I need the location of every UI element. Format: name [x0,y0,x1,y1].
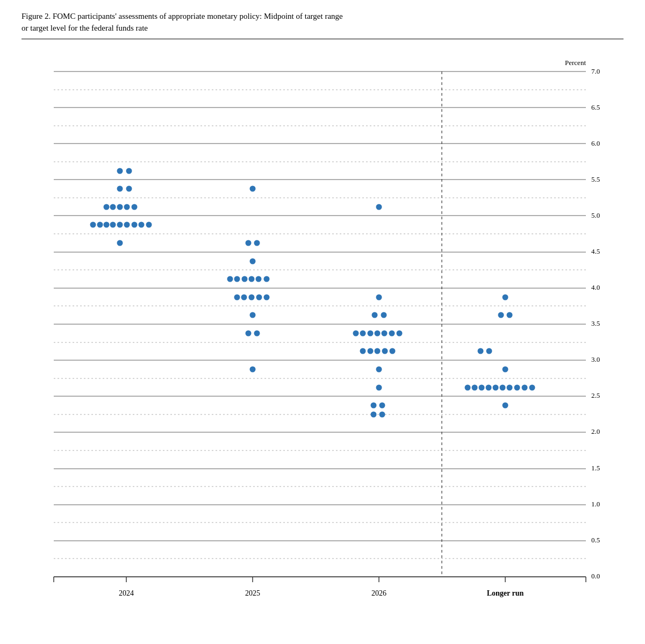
dot-2024 [124,221,130,227]
dot-longer-run [465,384,471,390]
dot-2024 [117,240,123,246]
dot-2024 [117,221,123,227]
dot-2026 [371,402,377,408]
svg-text:2024: 2024 [119,589,134,597]
dot-2024 [124,204,130,210]
dot-2025 [246,240,252,246]
dot-2026 [390,348,396,354]
dot-2024 [117,185,123,191]
dot-2026 [368,330,374,336]
dot-2025 [256,294,262,300]
svg-text:Longer run: Longer run [487,589,524,597]
dot-2026 [375,330,381,336]
dot-2024 [139,221,145,227]
dot-2025 [234,276,240,282]
dot-2024 [117,168,123,174]
dot-longer-run [522,384,528,390]
dot-2025 [254,240,260,246]
dot-2026 [379,411,385,417]
dot-2025 [250,258,256,264]
dot-longer-run [479,384,485,390]
dot-2025 [264,294,270,300]
dot-2026 [376,204,382,210]
dot-2025 [234,294,240,300]
svg-text:5.5: 5.5 [591,175,600,183]
dot-2026 [368,348,374,354]
dot-2026 [382,348,388,354]
svg-text:0.0: 0.0 [591,572,600,580]
dot-2026 [376,294,382,300]
dot-2024 [117,204,123,210]
dot-longer-run [478,348,484,354]
dot-2025 [227,276,233,282]
dot-2026 [397,330,403,336]
dot-2024 [110,204,116,210]
svg-text:2.0: 2.0 [591,427,600,435]
dot-2026 [382,330,388,336]
dot-longer-run [486,348,492,354]
dot-2026 [389,330,395,336]
dot-2024 [104,221,110,227]
dot-longer-run [472,384,478,390]
dot-longer-run [503,294,508,300]
dot-longer-run [503,366,508,372]
svg-text:0.5: 0.5 [591,536,600,544]
dot-2024 [97,221,103,227]
dot-2024 [90,221,96,227]
dot-2024 [146,221,152,227]
dot-2025 [249,276,255,282]
svg-text:6.5: 6.5 [591,103,600,111]
svg-text:1.0: 1.0 [591,500,600,508]
dot-2025 [264,276,270,282]
svg-text:2026: 2026 [371,589,386,597]
dot-2026 [360,348,366,354]
dot-2026 [376,384,382,390]
dot-2026 [379,402,385,408]
dot-2025 [241,294,247,300]
svg-text:1.5: 1.5 [591,464,600,472]
dot-longer-run [507,312,513,318]
dot-longer-run [503,402,508,408]
chart-svg: Percent [22,45,624,614]
dot-longer-run [507,384,513,390]
dot-2025 [250,312,256,318]
dot-2025 [242,276,248,282]
dot-2026 [381,312,387,318]
dot-2024 [126,168,132,174]
dot-2026 [371,411,377,417]
dot-longer-run [514,384,520,390]
title-line1: Figure 2. FOMC participants' assessments… [22,12,343,20]
dot-2026 [375,348,381,354]
dot-2026 [376,366,382,372]
svg-text:2025: 2025 [245,589,260,597]
svg-text:5.0: 5.0 [591,211,600,219]
dot-2024 [110,221,116,227]
figure-title: Figure 2. FOMC participants' assessments… [22,11,624,39]
dot-2025 [246,330,252,336]
chart-area: Percent [22,45,624,614]
dot-longer-run [498,312,504,318]
dot-2024 [104,204,110,210]
dot-2026 [360,330,366,336]
dot-2025 [256,276,262,282]
svg-text:4.5: 4.5 [591,247,600,255]
dot-2024 [132,221,138,227]
svg-text:3.0: 3.0 [591,355,600,363]
dot-longer-run [493,384,499,390]
dot-2025 [250,185,256,191]
dot-longer-run [486,384,492,390]
dot-2025 [250,366,256,372]
dot-2026 [353,330,359,336]
dot-longer-run [529,384,535,390]
svg-text:4.0: 4.0 [591,283,600,291]
svg-text:7.0: 7.0 [591,67,600,75]
dot-2026 [372,312,378,318]
svg-text:6.0: 6.0 [591,139,600,147]
dot-2024 [126,185,132,191]
dot-2025 [249,294,255,300]
dot-longer-run [500,384,506,390]
dot-2025 [254,330,260,336]
svg-text:2.5: 2.5 [591,391,600,399]
title-line2: or target level for the federal funds ra… [22,24,148,32]
svg-text:3.5: 3.5 [591,319,600,327]
